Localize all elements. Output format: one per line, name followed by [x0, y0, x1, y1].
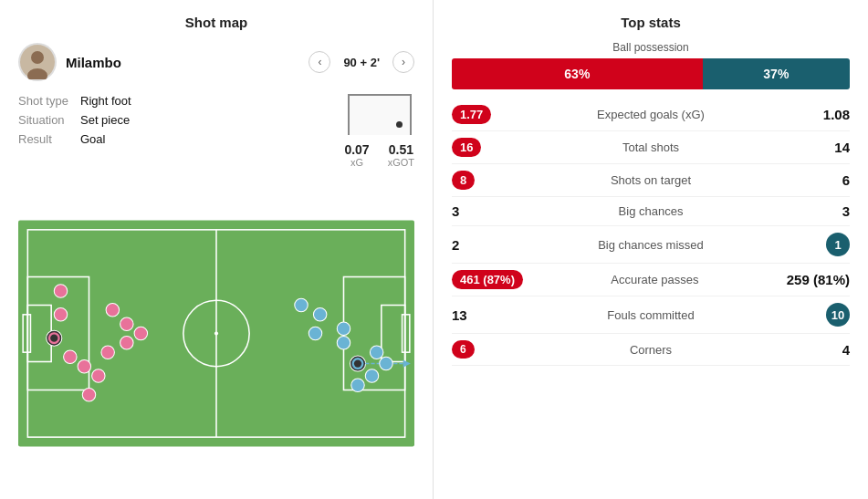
svg-point-41: [351, 379, 364, 391]
prev-button[interactable]: ‹: [309, 51, 330, 73]
situation-value: Set piece: [80, 113, 130, 127]
stat-center: Big chances: [502, 204, 800, 218]
stat-left: 3: [452, 203, 502, 219]
stat-num-right: 6: [842, 172, 850, 188]
svg-point-24: [64, 350, 77, 363]
xgot-item: 0.51 xGOT: [388, 142, 414, 168]
stat-right: 6: [800, 172, 850, 188]
stat-left: 8: [452, 171, 502, 190]
stat-num-left: 13: [452, 307, 467, 323]
badge-red-left: 16: [452, 138, 481, 157]
svg-point-20: [120, 317, 133, 330]
svg-point-17: [50, 335, 58, 342]
svg-point-29: [313, 308, 326, 321]
next-button[interactable]: ›: [392, 51, 414, 73]
stat-right: 10: [800, 303, 850, 327]
avatar: [18, 43, 57, 81]
stat-right: 3: [800, 203, 850, 219]
svg-point-40: [365, 369, 378, 382]
top-stats-title: Top stats: [452, 15, 850, 30]
stat-right: 259 (81%): [787, 272, 850, 287]
stat-center: Shots on target: [502, 173, 800, 187]
svg-point-26: [92, 369, 105, 382]
shot-details: Shot type Right foot Situation Set piece…: [18, 94, 414, 168]
stat-num-right: 259 (81%): [787, 272, 850, 287]
goal-diagram: 0.07 xG 0.51 xGOT: [344, 94, 414, 168]
time-badge: 90 + 2': [343, 56, 380, 69]
left-panel: Shot map Milambo ‹ 90 + 2' › Shot type R…: [0, 0, 434, 499]
stat-left: 2: [452, 237, 502, 253]
svg-point-38: [370, 346, 382, 359]
stat-row: 3 Big chances 3: [452, 197, 850, 226]
stat-num-left: 2: [452, 237, 459, 253]
svg-point-7: [214, 331, 218, 335]
possession-label: Ball possession: [452, 41, 850, 54]
badge-red-left: 461 (87%): [452, 270, 523, 289]
svg-point-30: [309, 327, 321, 339]
badge-teal-right: 1: [826, 233, 850, 256]
stat-num-left: 3: [452, 203, 459, 219]
svg-point-27: [82, 388, 95, 400]
svg-point-14: [54, 285, 67, 297]
svg-point-25: [78, 359, 90, 372]
badge-teal-right: 10: [826, 303, 850, 327]
svg-point-28: [295, 298, 308, 311]
svg-point-32: [337, 337, 350, 349]
shot-map-title: Shot map: [18, 15, 414, 30]
possession-bar: 63% 37%: [452, 58, 850, 89]
stat-right: 1.08: [800, 107, 850, 122]
possession-red: 63%: [452, 58, 703, 89]
stat-right: 4: [800, 342, 850, 358]
result-label: Result: [18, 132, 73, 146]
stats-container: 1.77 Expected goals (xG) 1.08 16 Total s…: [452, 99, 850, 366]
stat-center: Total shots: [502, 140, 800, 154]
xg-item: 0.07 xG: [344, 142, 369, 168]
stat-left: 1.77: [452, 105, 502, 124]
stat-left: 16: [452, 138, 502, 157]
shot-info: Shot type Right foot Situation Set piece…: [18, 94, 317, 151]
shot-type-label: Shot type: [18, 94, 73, 108]
stat-center: Fouls committed: [502, 308, 800, 322]
pitch-svg: [18, 182, 414, 484]
stat-center: Accurate passes: [523, 273, 787, 286]
result-value: Goal: [80, 132, 105, 146]
stat-num-right: 1.08: [823, 107, 850, 122]
svg-point-31: [337, 322, 350, 335]
player-name: Milambo: [66, 55, 299, 70]
xg-row: 0.07 xG 0.51 xGOT: [344, 142, 414, 168]
stat-right: 14: [800, 140, 850, 155]
stat-row: 6 Corners 4: [452, 334, 850, 366]
xg-label: xG: [350, 157, 363, 168]
stat-left: 13: [452, 307, 502, 323]
shot-type-row: Shot type Right foot: [18, 94, 317, 108]
stat-center: Expected goals (xG): [502, 108, 800, 121]
stat-center: Corners: [502, 343, 800, 357]
right-panel: Top stats Ball possession 63% 37% 1.77 E…: [434, 0, 868, 499]
svg-point-1: [31, 51, 44, 64]
svg-point-15: [54, 308, 67, 321]
shot-result-row: Result Goal: [18, 132, 317, 146]
stat-num-right: 4: [842, 342, 850, 358]
shot-type-value: Right foot: [80, 94, 131, 108]
svg-point-39: [380, 357, 392, 369]
stat-center: Big chances missed: [502, 238, 800, 252]
svg-point-34: [354, 359, 361, 367]
goal-box: [348, 94, 412, 135]
stat-left: 461 (87%): [452, 270, 523, 289]
stat-row: 8 Shots on target 6: [452, 164, 850, 197]
goal-dot: [396, 121, 403, 128]
stat-row: 13 Fouls committed 10: [452, 296, 850, 334]
xgot-value: 0.51: [389, 142, 413, 157]
svg-point-23: [101, 346, 114, 359]
stat-right: 1: [800, 233, 850, 256]
possession-teal: 37%: [703, 58, 850, 89]
svg-point-19: [106, 303, 119, 316]
xgot-label: xGOT: [388, 157, 414, 168]
svg-point-22: [120, 337, 133, 349]
badge-red-sm-left: 6: [452, 340, 475, 359]
situation-label: Situation: [18, 113, 73, 127]
xg-value: 0.07: [344, 142, 369, 157]
pitch-container: [18, 182, 414, 484]
shot-situation-row: Situation Set piece: [18, 113, 317, 127]
stat-left: 6: [452, 340, 502, 359]
